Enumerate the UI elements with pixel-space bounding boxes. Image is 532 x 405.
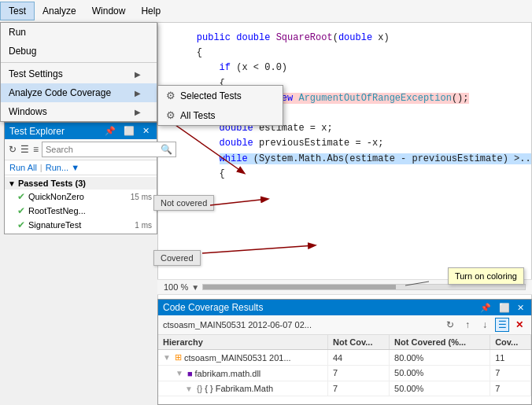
- dock-icon[interactable]: ⬜: [121, 125, 137, 137]
- menu-item-analyze-coverage[interactable]: Analyze Code Coverage ▶: [1, 83, 157, 102]
- table-cell-not-cov-pct: 50.00%: [390, 381, 490, 396]
- row-icon-solution: ▼ ⊞ ctsoasm_MAIN50531 201...: [163, 352, 291, 363]
- solution-icon: ⊞: [175, 352, 182, 363]
- search-box: 🔍: [42, 142, 176, 157]
- table-cell-not-cov: 7: [327, 381, 389, 396]
- table-row[interactable]: ▼ ⊞ ctsoasm_MAIN50531 201... 44 80.00% 1…: [158, 350, 531, 366]
- col-cov: Cov...: [490, 335, 531, 350]
- expand-arrow-icon: ▼: [8, 179, 16, 188]
- passed-icon: ✔: [17, 191, 25, 202]
- menu-item-debug[interactable]: Debug: [1, 42, 157, 61]
- test-name: QuickNonZero: [28, 192, 84, 201]
- search-icon[interactable]: 🔍: [157, 144, 175, 155]
- test-item-left: ✔ RootTestNeg...: [17, 205, 86, 216]
- refresh-icon[interactable]: ↻: [8, 142, 17, 157]
- namespace-icon: {}: [197, 384, 202, 393]
- menu-test[interactable]: Test: [0, 2, 35, 20]
- refresh-coverage-icon[interactable]: ↻: [443, 318, 457, 332]
- chevron-down-icon: ▼: [71, 163, 79, 172]
- run-dropdown-link[interactable]: Run... ▼: [46, 163, 79, 172]
- zoom-dropdown-icon[interactable]: ▼: [191, 283, 199, 292]
- code-line-covered: while (System.Math.Abs(estimate - previo…: [174, 152, 515, 167]
- table-cell-hierarchy: ▼ ⊞ ctsoasm_MAIN50531 201...: [158, 350, 327, 366]
- test-dropdown-menu: Run Debug Test Settings ▶ Analyze Code C…: [0, 22, 157, 122]
- coverage-file-label: ctsoasm_MAIN50531 2012-06-07 02...: [163, 320, 440, 330]
- test-item-left: ✔ QuickNonZero: [17, 191, 84, 202]
- table-cell-cov: 7: [490, 366, 531, 381]
- menu-item-run[interactable]: Run: [1, 23, 157, 42]
- table-row[interactable]: ▼ {} { } Fabrikam.Math 7 50.00% 7: [158, 381, 531, 396]
- table-cell-cov: 11: [490, 350, 531, 366]
- scroll-bar[interactable]: [202, 284, 526, 290]
- coverage-all-tests[interactable]: ⚙ All Tests: [158, 105, 283, 125]
- col-not-cov-pct: Not Covered (%...: [390, 335, 490, 350]
- group-icon[interactable]: ☰: [20, 142, 30, 157]
- col-hierarchy: Hierarchy: [158, 335, 327, 350]
- row-icon-dll: ▼ ■ fabrikam.math.dll: [163, 369, 260, 378]
- test-explorer-panel: Test Explorer 📌 ⬜ ✕ ↻ ☰ ≡ 🔍 Run All | Ru…: [4, 122, 157, 234]
- chevron-icon: ▶: [135, 89, 141, 98]
- menu-separator: [1, 62, 157, 63]
- table-row[interactable]: ▼ ■ fabrikam.math.dll 7 50.00% 7: [158, 366, 531, 381]
- code-line: double previousEstimate = -x;: [174, 136, 515, 151]
- dock-icon[interactable]: ⬜: [497, 302, 512, 313]
- table-cell-hierarchy: ▼ ■ fabrikam.math.dll: [158, 366, 327, 381]
- import-coverage-icon[interactable]: ↓: [478, 318, 492, 332]
- coverage-toolbar: ctsoasm_MAIN50531 2012-06-07 02... ↻ ↑ ↓…: [158, 315, 531, 335]
- passed-icon: ✔: [17, 219, 25, 230]
- col-not-cov: Not Cov...: [327, 335, 389, 350]
- menu-bar: Test Analyze Window Help: [0, 0, 532, 23]
- row-icon-namespace: ▼ {} { } Fabrikam.Math: [163, 384, 273, 393]
- test-item[interactable]: ✔ SignatureTest 1 ms: [5, 218, 157, 232]
- code-line: {: [174, 167, 515, 182]
- table-cell-cov: 7: [490, 381, 531, 396]
- menu-help[interactable]: Help: [133, 2, 168, 20]
- export-coverage-icon[interactable]: ↑: [460, 318, 475, 332]
- menu-item-test-settings[interactable]: Test Settings ▶: [1, 64, 157, 83]
- coverage-panel: Code Coverage Results 📌 ⬜ ✕ ctsoasm_MAIN…: [157, 299, 532, 405]
- close-coverage-icon[interactable]: ✕: [512, 318, 526, 332]
- table-cell-not-cov-pct: 50.00%: [390, 366, 490, 381]
- run-all-row: Run All | Run... ▼: [5, 160, 157, 175]
- test-explorer-controls: 📌 ⬜ ✕: [102, 125, 152, 137]
- coverage-submenu: ⚙ Selected Tests ⚙ All Tests: [157, 85, 283, 126]
- menu-window[interactable]: Window: [84, 2, 134, 20]
- passed-tests-header[interactable]: ▼ Passed Tests (3): [5, 177, 157, 190]
- turn-on-coloring-tooltip: Turn on coloring: [448, 267, 524, 285]
- pin-icon[interactable]: 📌: [102, 125, 118, 137]
- run-separator: |: [40, 163, 42, 172]
- coverage-table: Hierarchy Not Cov... Not Covered (%... C…: [158, 335, 531, 396]
- coverage-title-bar: Code Coverage Results 📌 ⬜ ✕: [158, 300, 531, 315]
- coverage-table-header-row: Hierarchy Not Cov... Not Covered (%... C…: [158, 335, 531, 350]
- table-cell-hierarchy: ▼ {} { } Fabrikam.Math: [158, 381, 327, 396]
- test-explorer-title-bar: Test Explorer 📌 ⬜ ✕: [5, 123, 157, 139]
- pin-icon[interactable]: 📌: [478, 302, 493, 313]
- table-cell-not-cov-pct: 80.00%: [390, 350, 490, 366]
- passed-tests-group: ▼ Passed Tests (3) ✔ QuickNonZero 15 ms …: [5, 177, 157, 232]
- table-cell-not-cov: 44: [327, 350, 389, 366]
- test-duration: 15 ms: [131, 193, 152, 201]
- coverage-selected-tests[interactable]: ⚙ Selected Tests: [158, 86, 283, 105]
- chevron-icon: ▶: [135, 70, 141, 79]
- coloring-icon[interactable]: ☰: [495, 318, 509, 332]
- test-item[interactable]: ✔ RootTestNeg...: [5, 204, 157, 218]
- gear-icon: ⚙: [166, 90, 175, 101]
- passed-icon: ✔: [17, 205, 25, 216]
- code-line: public double SquareRoot(double x): [174, 31, 515, 46]
- test-name: RootTestNeg...: [28, 206, 86, 215]
- menu-item-windows[interactable]: Windows ▶: [1, 102, 157, 121]
- test-item[interactable]: ✔ QuickNonZero 15 ms: [5, 190, 157, 204]
- zoom-level: 100 %: [164, 282, 188, 292]
- close-icon[interactable]: ✕: [515, 302, 526, 313]
- close-icon[interactable]: ✕: [140, 125, 152, 137]
- not-covered-label: Not covered: [153, 195, 214, 211]
- menu-analyze[interactable]: Analyze: [35, 2, 84, 20]
- test-duration: 1 ms: [135, 221, 152, 230]
- code-line: if (x < 0.0): [174, 61, 515, 75]
- scroll-thumb: [203, 285, 396, 289]
- filter-icon[interactable]: ≡: [32, 142, 39, 157]
- search-input[interactable]: [42, 145, 157, 154]
- run-all-link[interactable]: Run All: [9, 163, 37, 172]
- test-name: SignatureTest: [28, 220, 81, 230]
- passed-tests-label: Passed Tests (3): [18, 179, 86, 188]
